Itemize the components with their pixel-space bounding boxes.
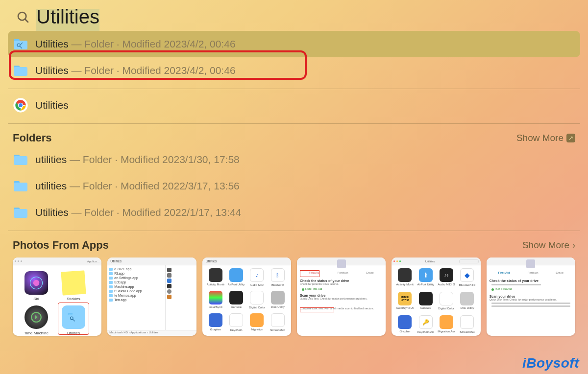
tab-label: Partition <box>338 271 348 274</box>
app-label: AirPort Utility <box>227 283 245 286</box>
photo-thumbnail[interactable]: First Aid Partition Erase Check the stat… <box>487 257 575 336</box>
arrow-out-icon: ↗ <box>566 134 575 142</box>
thumb-text: Check the status of your drive <box>490 279 572 282</box>
show-more-label: Show More <box>516 133 564 143</box>
app-label: Console <box>227 305 245 308</box>
list-item: te Memos.app <box>114 294 136 297</box>
app-label: Console <box>417 306 435 309</box>
list-item: Ten.app <box>114 298 126 302</box>
photo-thumbnail[interactable]: Applica… Siri Stickies Time Machine Util… <box>13 257 101 336</box>
result-name: Utilities <box>35 207 69 218</box>
folder-result-row[interactable]: utilities — Folder · Modified 2023/1/30,… <box>8 146 580 173</box>
app-label: AirPort Utility <box>417 283 435 286</box>
app-label: Keychain <box>228 328 245 331</box>
app-label: Activity Monitor <box>396 283 414 286</box>
tab-label: Erase <box>366 271 374 274</box>
show-more-label: Show More <box>522 240 569 251</box>
folders-section-header: Folders Show More ↗ <box>0 127 588 146</box>
section-divider <box>8 123 580 124</box>
result-row-utilities-folder-top-hit[interactable]: Utilities — Folder · Modified 2023/4/2, … <box>8 31 580 57</box>
thumb-text: Run First Aid <box>305 287 322 290</box>
disk-icon <box>337 259 346 268</box>
folder-result-row[interactable]: Utilities — Folder · Modified 2022/1/17,… <box>8 199 580 226</box>
photos-thumbnail-row: Applica… Siri Stickies Time Machine Util… <box>0 254 588 336</box>
app-label: Bluetooth <box>270 283 286 286</box>
photos-section-header: Photos From Apps Show More › <box>0 234 588 254</box>
list-item: Edt.app <box>114 280 126 284</box>
app-label: Grapher <box>396 330 414 333</box>
folder-icon <box>13 63 28 78</box>
app-label: Disk Utility <box>269 305 287 308</box>
result-meta: — Folder · Modified 2022/3/17, 13:56 <box>67 180 240 191</box>
svg-rect-8 <box>14 67 27 76</box>
list-item: d 2021.app <box>114 267 131 271</box>
thumb-label: Stickies <box>62 297 85 301</box>
app-label: Audio MIDI <box>248 283 265 286</box>
folders-show-more-link[interactable]: Show More ↗ <box>516 133 575 143</box>
thumb-breadcrumb: Macintosh HD › Applications › Utilities <box>107 330 196 336</box>
thumb-text: Check the status of your drive <box>300 279 383 282</box>
thumb-text: Check for potential drive failures. <box>300 282 383 285</box>
tab-label: First Aid <box>498 271 510 274</box>
svg-point-11 <box>19 103 23 107</box>
svg-rect-13 <box>14 156 27 165</box>
svg-line-1 <box>25 19 28 22</box>
photo-thumbnail[interactable]: First Aid Partition Erase Check the stat… <box>297 257 386 336</box>
folders-results-list: utilities — Folder · Modified 2023/1/30,… <box>0 146 588 226</box>
result-name: Utilities <box>35 65 69 76</box>
watermark-logo: iBoysoft <box>522 355 579 371</box>
tab-label: Partition <box>528 271 539 274</box>
result-meta: — Folder · Modified 2023/4/2, 00:46 <box>69 65 236 76</box>
app-label: Screenshot <box>459 330 475 333</box>
app-label: Activity Monitor <box>207 283 224 286</box>
thumb-title: Utilities <box>206 259 217 263</box>
chevron-right-icon: › <box>572 240 575 251</box>
thumb-text: Run First Aid <box>495 287 512 290</box>
folder-utilities-icon <box>13 36 28 52</box>
search-icon <box>14 8 32 26</box>
thumb-text: Scan your drive <box>300 294 383 297</box>
app-label: Digital Color Meter <box>438 307 455 310</box>
app-label: Screenshot <box>270 328 286 331</box>
thumb-label: Siri <box>24 297 48 301</box>
result-row-utilities-folder[interactable]: Utilities — Folder · Modified 2023/4/2, … <box>8 57 580 84</box>
thumb-title: Utilities <box>110 259 122 263</box>
list-item: Rt.app <box>114 272 124 275</box>
top-results-section: Utilities — Folder · Modified 2023/4/2, … <box>0 31 588 84</box>
result-meta: — Folder · Modified 2023/1/30, 17:58 <box>67 154 240 165</box>
app-label: Migration Assistant <box>438 330 455 333</box>
result-row-utilities-chrome[interactable]: Utilities <box>8 92 580 118</box>
svg-rect-25 <box>425 275 426 278</box>
photos-show-more-link[interactable]: Show More › <box>522 240 575 251</box>
app-label: Migration <box>248 328 266 331</box>
svg-rect-17 <box>14 209 27 218</box>
spotlight-search-input[interactable] <box>32 6 424 28</box>
list-item: an.Settings.app <box>114 276 138 280</box>
result-name: utilities <box>35 180 67 191</box>
app-label: Audio MIDI Setup <box>438 283 455 286</box>
thumb-text: Scan your drive <box>490 295 572 298</box>
app-label: Grapher <box>207 328 224 331</box>
list-item: Machine.app <box>114 285 134 288</box>
thumb-title: Utilities <box>402 260 457 263</box>
app-label: Bluetooth Fil <box>459 283 475 286</box>
app-label: Disk Utility <box>458 306 476 309</box>
app-label: Digital Color <box>248 306 265 309</box>
chrome-icon <box>13 97 28 113</box>
thumb-text: Quick Disk Test: Check for major perform… <box>300 297 383 300</box>
photo-thumbnail[interactable]: Utilities Activity Monitor AirPort Utili… <box>392 257 480 336</box>
folder-result-row[interactable]: utilities — Folder · Modified 2022/3/17,… <box>8 173 580 199</box>
photo-thumbnail[interactable]: Utilities d 2021.app Rt.app an.Settings.… <box>107 257 196 336</box>
folder-icon <box>13 205 28 220</box>
disk-icon <box>526 259 535 268</box>
thumb-label: Time Machine <box>22 331 51 335</box>
photos-title: Photos From Apps <box>13 239 109 252</box>
section-divider <box>8 89 580 89</box>
result-name: utilities <box>35 154 67 165</box>
photo-thumbnail[interactable]: Utilities Activity Monitor AirPort Utili… <box>202 257 291 336</box>
list-item: r Studio Code.app <box>114 289 142 293</box>
app-label: ColorSync Utility <box>396 306 414 309</box>
folders-title: Folders <box>13 132 51 144</box>
web-results-section: Utilities <box>0 92 588 118</box>
svg-point-19 <box>33 280 40 286</box>
